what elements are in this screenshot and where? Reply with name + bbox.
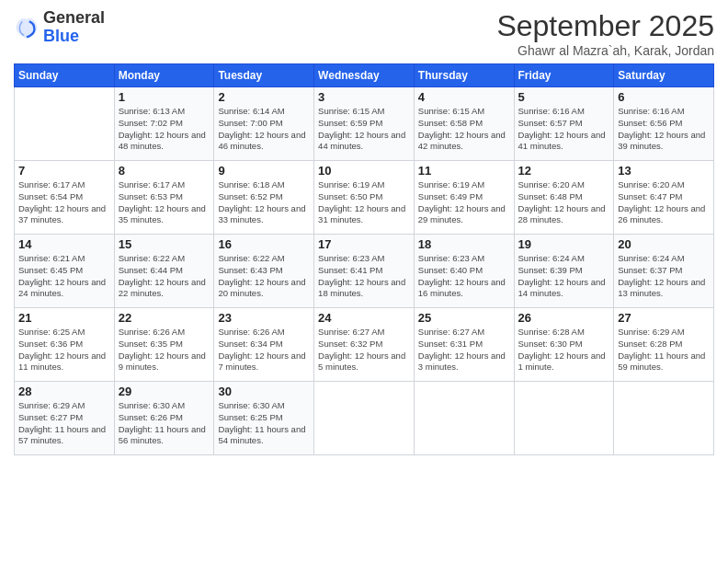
calendar-cell: 24Sunrise: 6:27 AM Sunset: 6:32 PM Dayli… (314, 308, 415, 382)
day-info: Sunrise: 6:29 AM Sunset: 6:28 PM Dayligh… (618, 327, 710, 373)
day-number: 10 (318, 164, 410, 178)
day-info: Sunrise: 6:19 AM Sunset: 6:50 PM Dayligh… (318, 179, 410, 226)
logo-icon (14, 15, 40, 40)
calendar-cell: 3Sunrise: 6:15 AM Sunset: 6:59 PM Daylig… (314, 87, 415, 161)
day-info: Sunrise: 6:24 AM Sunset: 6:39 PM Dayligh… (518, 253, 610, 300)
day-info: Sunrise: 6:29 AM Sunset: 6:27 PM Dayligh… (18, 400, 110, 447)
calendar-cell: 11Sunrise: 6:19 AM Sunset: 6:49 PM Dayli… (414, 161, 514, 235)
calendar-cell (514, 382, 614, 455)
logo: General Blue (14, 9, 105, 46)
column-header-wednesday: Wednesday (314, 64, 415, 87)
day-info: Sunrise: 6:14 AM Sunset: 7:00 PM Dayligh… (218, 106, 310, 153)
day-number: 14 (18, 237, 110, 251)
calendar-cell (414, 382, 514, 455)
week-row-5: 28Sunrise: 6:29 AM Sunset: 6:27 PM Dayli… (15, 382, 714, 455)
day-number: 15 (119, 237, 210, 251)
day-info: Sunrise: 6:27 AM Sunset: 6:32 PM Dayligh… (318, 327, 410, 373)
day-info: Sunrise: 6:15 AM Sunset: 6:59 PM Dayligh… (318, 106, 410, 153)
calendar-cell: 5Sunrise: 6:16 AM Sunset: 6:57 PM Daylig… (514, 87, 614, 161)
logo-general: General (43, 9, 105, 28)
day-info: Sunrise: 6:19 AM Sunset: 6:49 PM Dayligh… (418, 179, 510, 226)
day-number: 9 (218, 164, 310, 178)
day-info: Sunrise: 6:16 AM Sunset: 6:57 PM Dayligh… (518, 106, 610, 153)
header: General Blue September 2025 Ghawr al Maz… (14, 9, 714, 58)
title-block: September 2025 Ghawr al Mazra`ah, Karak,… (496, 9, 714, 58)
day-info: Sunrise: 6:30 AM Sunset: 6:26 PM Dayligh… (119, 400, 210, 447)
day-number: 29 (119, 385, 210, 398)
day-info: Sunrise: 6:24 AM Sunset: 6:37 PM Dayligh… (618, 253, 710, 300)
day-number: 5 (518, 90, 610, 104)
calendar-cell: 26Sunrise: 6:28 AM Sunset: 6:30 PM Dayli… (514, 308, 614, 382)
day-info: Sunrise: 6:23 AM Sunset: 6:41 PM Dayligh… (318, 253, 410, 300)
calendar-cell (15, 87, 115, 161)
day-info: Sunrise: 6:17 AM Sunset: 6:53 PM Dayligh… (119, 179, 210, 226)
day-info: Sunrise: 6:21 AM Sunset: 6:45 PM Dayligh… (18, 253, 110, 300)
column-header-monday: Monday (114, 64, 214, 87)
week-row-4: 21Sunrise: 6:25 AM Sunset: 6:36 PM Dayli… (15, 308, 714, 382)
calendar-cell: 21Sunrise: 6:25 AM Sunset: 6:36 PM Dayli… (15, 308, 115, 382)
day-number: 4 (418, 90, 510, 104)
week-row-1: 1Sunrise: 6:13 AM Sunset: 7:02 PM Daylig… (15, 87, 714, 161)
day-number: 11 (418, 164, 510, 178)
calendar-cell: 17Sunrise: 6:23 AM Sunset: 6:41 PM Dayli… (314, 235, 415, 308)
calendar-cell (614, 382, 714, 455)
day-number: 28 (18, 385, 110, 398)
day-number: 1 (119, 90, 210, 104)
calendar-cell: 10Sunrise: 6:19 AM Sunset: 6:50 PM Dayli… (314, 161, 415, 235)
day-number: 13 (618, 164, 710, 178)
calendar-cell: 12Sunrise: 6:20 AM Sunset: 6:48 PM Dayli… (514, 161, 614, 235)
week-row-3: 14Sunrise: 6:21 AM Sunset: 6:45 PM Dayli… (15, 235, 714, 308)
calendar-cell: 27Sunrise: 6:29 AM Sunset: 6:28 PM Dayli… (614, 308, 714, 382)
calendar-cell: 25Sunrise: 6:27 AM Sunset: 6:31 PM Dayli… (414, 308, 514, 382)
column-header-friday: Friday (514, 64, 614, 87)
day-info: Sunrise: 6:20 AM Sunset: 6:47 PM Dayligh… (618, 179, 710, 226)
day-info: Sunrise: 6:26 AM Sunset: 6:34 PM Dayligh… (218, 327, 310, 373)
calendar-cell: 9Sunrise: 6:18 AM Sunset: 6:52 PM Daylig… (214, 161, 314, 235)
day-info: Sunrise: 6:23 AM Sunset: 6:40 PM Dayligh… (418, 253, 510, 300)
day-info: Sunrise: 6:26 AM Sunset: 6:35 PM Dayligh… (119, 327, 210, 373)
day-info: Sunrise: 6:20 AM Sunset: 6:48 PM Dayligh… (518, 179, 610, 226)
column-header-sunday: Sunday (15, 64, 115, 87)
calendar-cell: 30Sunrise: 6:30 AM Sunset: 6:25 PM Dayli… (214, 382, 314, 455)
calendar-cell (314, 382, 415, 455)
day-info: Sunrise: 6:25 AM Sunset: 6:36 PM Dayligh… (18, 327, 110, 373)
calendar-cell: 4Sunrise: 6:15 AM Sunset: 6:58 PM Daylig… (414, 87, 514, 161)
calendar-cell: 14Sunrise: 6:21 AM Sunset: 6:45 PM Dayli… (15, 235, 115, 308)
day-number: 18 (418, 237, 510, 251)
day-info: Sunrise: 6:16 AM Sunset: 6:56 PM Dayligh… (618, 106, 710, 153)
day-number: 26 (518, 311, 610, 325)
day-number: 20 (618, 237, 710, 251)
calendar-cell: 22Sunrise: 6:26 AM Sunset: 6:35 PM Dayli… (114, 308, 214, 382)
day-info: Sunrise: 6:18 AM Sunset: 6:52 PM Dayligh… (218, 179, 310, 226)
calendar-cell: 20Sunrise: 6:24 AM Sunset: 6:37 PM Dayli… (614, 235, 714, 308)
day-info: Sunrise: 6:22 AM Sunset: 6:43 PM Dayligh… (218, 253, 310, 300)
calendar-cell: 19Sunrise: 6:24 AM Sunset: 6:39 PM Dayli… (514, 235, 614, 308)
calendar-cell: 1Sunrise: 6:13 AM Sunset: 7:02 PM Daylig… (114, 87, 214, 161)
calendar-cell: 28Sunrise: 6:29 AM Sunset: 6:27 PM Dayli… (15, 382, 115, 455)
day-number: 17 (318, 237, 410, 251)
calendar-cell: 23Sunrise: 6:26 AM Sunset: 6:34 PM Dayli… (214, 308, 314, 382)
calendar-cell: 8Sunrise: 6:17 AM Sunset: 6:53 PM Daylig… (114, 161, 214, 235)
day-number: 2 (218, 90, 310, 104)
column-header-tuesday: Tuesday (214, 64, 314, 87)
calendar-cell: 2Sunrise: 6:14 AM Sunset: 7:00 PM Daylig… (214, 87, 314, 161)
logo-text: General Blue (43, 9, 105, 46)
day-number: 3 (318, 90, 410, 104)
day-number: 25 (418, 311, 510, 325)
day-info: Sunrise: 6:15 AM Sunset: 6:58 PM Dayligh… (418, 106, 510, 153)
calendar-cell: 13Sunrise: 6:20 AM Sunset: 6:47 PM Dayli… (614, 161, 714, 235)
month-title: September 2025 (496, 9, 714, 43)
page: General Blue September 2025 Ghawr al Maz… (0, 0, 728, 563)
day-info: Sunrise: 6:30 AM Sunset: 6:25 PM Dayligh… (218, 400, 310, 447)
day-number: 22 (119, 311, 210, 325)
day-info: Sunrise: 6:13 AM Sunset: 7:02 PM Dayligh… (119, 106, 210, 153)
day-info: Sunrise: 6:17 AM Sunset: 6:54 PM Dayligh… (18, 179, 110, 226)
day-number: 8 (119, 164, 210, 178)
day-info: Sunrise: 6:27 AM Sunset: 6:31 PM Dayligh… (418, 327, 510, 373)
column-header-saturday: Saturday (614, 64, 714, 87)
day-number: 27 (618, 311, 710, 325)
day-number: 12 (518, 164, 610, 178)
day-number: 16 (218, 237, 310, 251)
week-row-2: 7Sunrise: 6:17 AM Sunset: 6:54 PM Daylig… (15, 161, 714, 235)
day-number: 7 (18, 164, 110, 178)
